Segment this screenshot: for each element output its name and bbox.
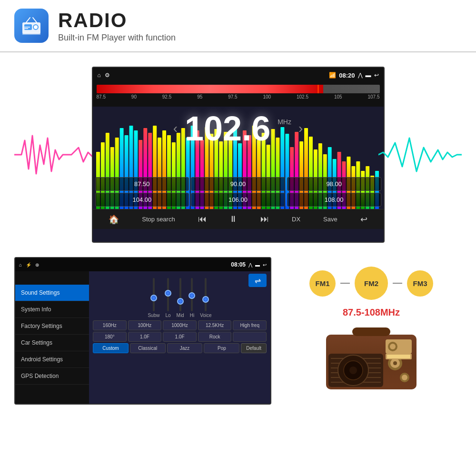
svg-point-2	[33, 25, 38, 30]
freq-bar-fill	[97, 85, 323, 93]
slider-thumb-hi[interactable]	[188, 292, 195, 299]
slider-track-mid[interactable]	[179, 278, 181, 311]
eq-cell-1000hz[interactable]: 1000Hz	[163, 320, 197, 330]
preset-1[interactable]: 87.50	[95, 177, 189, 191]
sidebar-sound-settings[interactable]: Sound Settings	[15, 285, 89, 301]
slider-thumb-voice[interactable]	[202, 296, 209, 303]
svg-point-86	[393, 361, 397, 365]
frequency-unit: MHz	[278, 118, 291, 126]
sidebar-factory-settings[interactable]: Factory Settings	[15, 318, 89, 335]
preset-5[interactable]: 106.00	[191, 193, 285, 207]
home-status-icon: ⌂	[19, 262, 22, 268]
eq-cell-1f-2[interactable]: 1.0F	[163, 332, 197, 342]
status-bar: ⌂ ⚙ 📶 08:20 ⋀ ▬ ↩	[93, 68, 384, 83]
slider-mid: Mid	[177, 278, 184, 318]
back-icon: ↩	[360, 214, 367, 225]
svg-rect-90	[387, 355, 410, 358]
stop-search-button[interactable]: Stop search	[142, 216, 175, 223]
dx-button[interactable]: DX	[292, 216, 300, 223]
slider-track-hi[interactable]	[191, 278, 193, 311]
preset-4[interactable]: 104.00	[95, 193, 189, 207]
stop-search-label: Stop search	[142, 216, 175, 223]
freq-indicator	[317, 85, 319, 93]
eq-toggle-button[interactable]: ⇌	[248, 274, 267, 287]
preset-2[interactable]: 90.00	[191, 177, 285, 191]
slider-lo: Lo	[165, 278, 170, 318]
preset-jazz-button[interactable]: Jazz	[167, 343, 203, 353]
eq-cell-100hz[interactable]: 100Hz	[128, 320, 162, 330]
prev-freq-button[interactable]: ‹	[173, 121, 178, 136]
default-button[interactable]: Default	[241, 343, 267, 353]
fm-connector-1	[340, 283, 350, 284]
fm-frequency-range: 87.5-108MHz	[343, 307, 400, 318]
settings-screen: ⌂ ⚡ ⊛ 08:05 ⋀ ▬ ↩ Sound Settings System …	[14, 257, 271, 405]
fm-panel: FM1 FM2 FM3 87.5-108MHz	[281, 257, 462, 409]
next-button[interactable]: ⏭	[260, 214, 269, 224]
preset-grid: 87.50 90.00 98.00 104.00 106.00 108.00	[95, 177, 381, 207]
eq-cell-1f-1[interactable]: 1.0F	[128, 332, 162, 342]
radio-icon	[20, 14, 43, 38]
freq-label: 100	[263, 94, 271, 99]
wifi-icon: ⊛	[35, 262, 39, 268]
dx-label: DX	[292, 216, 300, 223]
freq-label: 97.5	[228, 94, 237, 99]
home-button[interactable]: 🏠	[109, 214, 119, 225]
prev-button[interactable]: ⏮	[198, 214, 207, 224]
freq-label: 105	[334, 94, 342, 99]
freq-labels: 87.5 90 92.5 95 97.5 100 102.5 105 107.5	[93, 93, 384, 100]
minimize-icon: ▬	[366, 72, 371, 79]
slider-thumb-subw[interactable]	[150, 295, 157, 301]
slider-track-lo[interactable]	[167, 278, 169, 311]
freq-label: 87.5	[97, 94, 106, 99]
svg-line-3	[26, 18, 30, 22]
freq-bar[interactable]	[97, 85, 380, 93]
play-pause-button[interactable]: ⏸	[229, 214, 238, 224]
header-subtitle: Built-in FM Player with function	[58, 33, 176, 43]
svg-point-83	[349, 367, 357, 374]
status-left: ⌂ ⚙	[98, 72, 110, 79]
fm-connector-2	[393, 283, 402, 284]
play-pause-icon: ⏸	[229, 214, 238, 224]
freq-label: 102.5	[297, 94, 308, 99]
preset-custom-button[interactable]: Custom	[93, 343, 129, 353]
preset-classical-button[interactable]: Classical	[130, 343, 166, 353]
freq-display: ‹ 102.6 MHz ›	[93, 111, 384, 146]
slider-thumb-mid[interactable]	[177, 298, 184, 305]
slider-track-subw[interactable]	[153, 278, 155, 311]
sidebar-car-settings[interactable]: Car Settings	[15, 335, 89, 351]
eq-cell-empty	[233, 332, 267, 342]
sidebar-system-info[interactable]: System Info	[15, 301, 89, 318]
slider-thumb-lo[interactable]	[165, 290, 171, 297]
signal-icon: 📶	[329, 72, 336, 79]
settings-body: Sound Settings System Info Factory Setti…	[15, 271, 270, 404]
settings-back-icon: ↩	[263, 262, 267, 268]
home-status-icon: ⌂	[98, 72, 101, 79]
svg-rect-5	[22, 33, 40, 35]
eq-cell-rock[interactable]: Rock	[198, 332, 232, 342]
slider-subw: Subw	[148, 278, 159, 318]
eq-cell-160hz[interactable]: 160Hz	[93, 320, 127, 330]
slider-track-voice[interactable]	[205, 278, 207, 311]
radio-screen: ⌂ ⚙ 📶 08:20 ⋀ ▬ ↩ 87.5	[92, 67, 385, 243]
save-button[interactable]: Save	[323, 216, 337, 223]
slider-label-voice: Voice	[200, 313, 211, 318]
back-icon: ↩	[374, 72, 379, 79]
eq-cell-180deg[interactable]: 180°	[93, 332, 127, 342]
svg-rect-70	[352, 327, 390, 336]
next-freq-button[interactable]: ›	[298, 121, 303, 136]
sidebar-android-settings[interactable]: Android Settings	[15, 351, 89, 368]
save-label: Save	[323, 216, 337, 223]
preset-3[interactable]: 98.00	[287, 177, 381, 191]
settings-status-right: 08:05 ⋀ ▬ ↩	[231, 261, 267, 268]
eq-cell-125khz[interactable]: 12.5KHz	[198, 320, 232, 330]
preset-pop-button[interactable]: Pop	[204, 343, 239, 353]
slider-label-mid: Mid	[177, 313, 184, 318]
svg-point-73	[390, 344, 396, 349]
eq-cell-highfreq[interactable]: High freq	[233, 320, 267, 330]
back-button[interactable]: ↩	[360, 214, 367, 225]
fm1-circle: FM1	[309, 270, 336, 297]
freq-ruler: 87.5 90 92.5 95 97.5 100 102.5 105 107.5	[93, 83, 384, 107]
preset-6[interactable]: 108.00	[287, 193, 381, 207]
expand-icon: ⋀	[358, 72, 363, 79]
sidebar-gps-detection[interactable]: GPS Detection	[15, 368, 89, 385]
